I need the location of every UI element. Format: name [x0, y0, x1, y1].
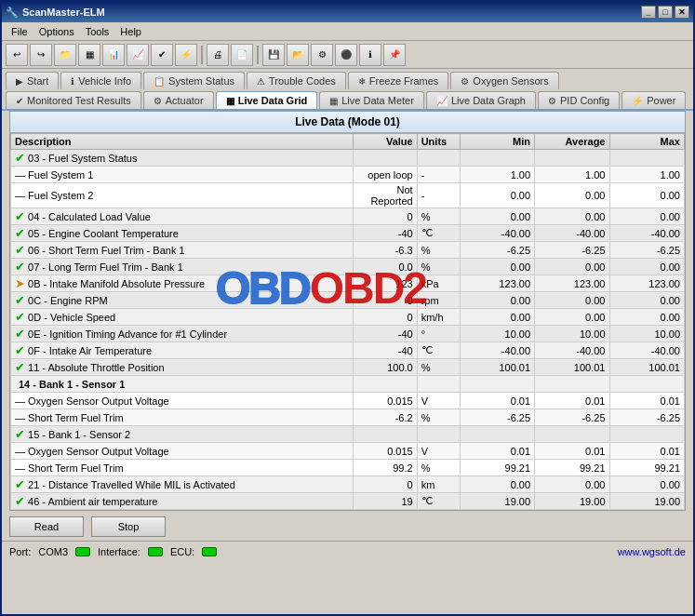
menu-file[interactable]: File: [6, 25, 33, 38]
tab-actuator[interactable]: ⚙ Actuator: [143, 91, 214, 109]
tab-system-status[interactable]: 📋 System Status: [143, 72, 245, 89]
toolbar: ↩ ↪ 📁 ▦ 📊 📈 ✔ ⚡ 🖨 📄 💾 📂 ⚙ ⚫ ℹ 📌: [2, 41, 693, 69]
row-average: -6.25: [535, 242, 609, 259]
table-container[interactable]: Description Value Units Min Average Max …: [10, 133, 685, 510]
row-units: [417, 426, 460, 443]
row-min: 0.00: [460, 292, 534, 309]
row-value: -6.2: [353, 409, 417, 426]
row-description: — Fuel System 1: [11, 167, 354, 183]
read-button[interactable]: Read: [9, 516, 84, 537]
row-description: — Fuel System 2: [11, 183, 354, 208]
title-bar-left: 🔧 ScanMaster-ELM: [6, 7, 105, 19]
row-value: 0: [353, 208, 417, 225]
check-icon: ✔: [15, 477, 25, 491]
row-max: 123.00: [609, 275, 685, 292]
maximize-button[interactable]: □: [658, 6, 673, 19]
tab-oxygen-sensors[interactable]: ⚙ Oxygen Sensors: [450, 72, 558, 89]
toolbar-btn-8[interactable]: ⚡: [175, 44, 197, 66]
tab-power[interactable]: ⚡ Power: [621, 91, 686, 109]
table-row: 14 - Bank 1 - Sensor 1: [11, 376, 685, 393]
toolbar-btn-5[interactable]: 📊: [102, 44, 125, 66]
row-average: 99.21: [535, 460, 609, 476]
tab-live-data-graph[interactable]: 📈 Live Data Graph: [426, 91, 536, 109]
toolbar-btn-13[interactable]: ⚙: [311, 44, 333, 66]
row-max: 100.01: [609, 359, 685, 376]
pid-config-icon: ⚙: [548, 96, 556, 106]
row-min: 0.01: [460, 443, 534, 460]
tab-live-data-grid[interactable]: ▦ Live Data Grid: [216, 91, 318, 109]
toolbar-btn-16[interactable]: 📌: [383, 44, 406, 66]
row-average: [535, 376, 609, 393]
row-value: 123: [353, 275, 417, 292]
row-max: 0.00: [609, 292, 685, 309]
toolbar-btn-11[interactable]: 💾: [262, 44, 285, 66]
row-value: 0.015: [353, 443, 417, 460]
row-max: [609, 426, 685, 443]
tab-pid-config[interactable]: ⚙ PID Config: [538, 91, 620, 109]
interface-label: Interface:: [98, 546, 140, 557]
tab-monitored-test-results[interactable]: ✔ Monitored Test Results: [6, 91, 141, 109]
check-icon: ✔: [15, 360, 25, 374]
power-icon: ⚡: [632, 96, 643, 106]
tab-start[interactable]: ▶ Start: [6, 72, 59, 89]
row-max: 99.21: [609, 460, 685, 476]
toolbar-btn-4[interactable]: ▦: [78, 44, 100, 66]
row-average: 0.00: [535, 292, 609, 309]
row-units: kPa: [417, 275, 460, 292]
header-units: Units: [417, 134, 460, 150]
row-max: -40.00: [609, 225, 685, 242]
menu-options[interactable]: Options: [33, 25, 80, 38]
actuator-icon: ⚙: [154, 96, 162, 106]
menu-tools[interactable]: Tools: [80, 25, 115, 38]
toolbar-btn-9[interactable]: 🖨: [207, 44, 229, 66]
table-row: — Short Term Fuel Trim 99.2 % 99.21 99.2…: [11, 460, 685, 476]
toolbar-btn-7[interactable]: ✔: [151, 44, 173, 66]
row-description: ✔ 03 - Fuel System Status: [11, 150, 354, 167]
row-max: 0.00: [609, 309, 685, 326]
row-description: ✔ 07 - Long Term Fuel Trim - Bank 1: [11, 259, 354, 275]
check-icon: ✔: [15, 327, 25, 341]
tab-freeze-frames[interactable]: ❄ Freeze Frames: [348, 72, 449, 89]
table-row: — Oxygen Sensor Output Voltage 0.015 V 0…: [11, 443, 685, 460]
tab-live-data-meter[interactable]: ▦ Live Data Meter: [319, 91, 424, 109]
toolbar-btn-12[interactable]: 📂: [287, 44, 309, 66]
table-row: ✔ 46 - Ambient air temperature 19 ℃ 19.0…: [11, 493, 685, 510]
toolbar-sep-1: [201, 46, 203, 64]
toolbar-btn-10[interactable]: 📄: [231, 44, 253, 66]
row-min: -6.25: [460, 242, 534, 259]
row-min: 0.00: [460, 208, 534, 225]
row-value: 19: [353, 493, 417, 510]
row-max: 0.00: [609, 208, 685, 225]
interface-led: [148, 547, 163, 556]
row-max: [609, 376, 685, 393]
trouble-codes-icon: ⚠: [257, 76, 265, 87]
row-max: 1.00: [609, 167, 685, 183]
tab-vehicle-info[interactable]: ℹ Vehicle Info: [60, 72, 141, 89]
toolbar-btn-14[interactable]: ⚫: [335, 44, 357, 66]
row-units: °: [417, 326, 460, 342]
row-units: [417, 150, 460, 167]
toolbar-btn-6[interactable]: 📈: [127, 44, 149, 66]
menu-help[interactable]: Help: [114, 25, 147, 38]
row-min: 0.01: [460, 393, 534, 409]
stop-button[interactable]: Stop: [91, 516, 166, 537]
toolbar-btn-1[interactable]: ↩: [6, 44, 28, 66]
minimize-button[interactable]: _: [641, 6, 656, 19]
row-units: [417, 376, 460, 393]
row-description: ✔ 06 - Short Term Fuel Trim - Bank 1: [11, 242, 354, 259]
system-status-icon: 📋: [154, 76, 165, 87]
toolbar-btn-2[interactable]: ↪: [30, 44, 52, 66]
toolbar-btn-15[interactable]: ℹ: [359, 44, 381, 66]
freeze-frames-icon: ❄: [358, 76, 366, 87]
row-min: [460, 426, 534, 443]
row-value: -6.3: [353, 242, 417, 259]
title-bar-controls[interactable]: _ □ ✕: [641, 6, 689, 19]
row-value: 0: [353, 309, 417, 326]
main-content: Live Data (Mode 01) Description Value Un…: [9, 111, 686, 511]
toolbar-btn-3[interactable]: 📁: [54, 44, 76, 66]
tab-trouble-codes[interactable]: ⚠ Trouble Codes: [247, 72, 346, 89]
row-average: 0.00: [535, 208, 609, 225]
close-button[interactable]: ✕: [675, 6, 689, 19]
live-data-graph-icon: 📈: [436, 96, 448, 106]
ecu-label: ECU:: [170, 546, 194, 557]
